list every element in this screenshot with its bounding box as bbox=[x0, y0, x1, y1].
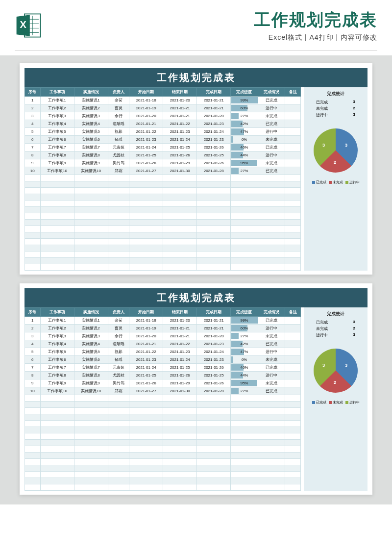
cell: 实施情况10 bbox=[74, 387, 108, 395]
column-header: 开始日期 bbox=[129, 88, 163, 97]
cell: 工作事项8 bbox=[40, 372, 74, 379]
legend-item: 已完成 bbox=[312, 400, 326, 405]
progress-cell: 6% bbox=[231, 356, 258, 364]
cell: 2021-01-28 bbox=[197, 167, 231, 175]
cell: 未完成 bbox=[258, 332, 285, 340]
progress-cell: 60% bbox=[231, 104, 258, 112]
cell: 祝影 bbox=[108, 348, 129, 356]
table-row-empty bbox=[25, 421, 301, 427]
cell: 奚竹筠 bbox=[108, 379, 129, 387]
cell: 实施情况9 bbox=[74, 159, 108, 167]
cell: 危瑞瑶 bbox=[108, 340, 129, 348]
cell: 2021-01-26 bbox=[197, 144, 231, 151]
cell: 郑霜 bbox=[108, 167, 129, 175]
stat-row: 已完成3 bbox=[316, 100, 355, 105]
column-header: 备注 bbox=[285, 88, 301, 97]
stat-row: 未完成2 bbox=[316, 106, 355, 111]
column-header: 完成情况 bbox=[258, 88, 285, 97]
table-row: 8工作事项8实施情况8尤园枝2021-01-252021-01-262021-0… bbox=[25, 372, 301, 379]
cell: 3 bbox=[25, 112, 41, 120]
table-row: 7工作事项7实施情况7元青姬2021-01-242021-01-252021-0… bbox=[25, 144, 301, 151]
cell: 2021-01-22 bbox=[163, 340, 197, 348]
cell: 工作事项9 bbox=[40, 159, 74, 167]
cell: 2021-01-25 bbox=[163, 144, 197, 151]
stat-row: 进行中3 bbox=[316, 112, 355, 118]
cell: 实施情况10 bbox=[74, 167, 108, 175]
table-row: 1工作事项1实施情况1余荷2021-01-182021-01-202021-01… bbox=[25, 97, 301, 104]
table-row: 5工作事项5实施情况5祝影2021-01-222021-01-232021-01… bbox=[25, 128, 301, 136]
column-header: 结束日期 bbox=[163, 88, 197, 97]
column-header: 开始日期 bbox=[129, 308, 163, 317]
cell: 工作事项1 bbox=[40, 97, 74, 104]
cell: 2021-01-22 bbox=[129, 348, 163, 356]
cell: 8 bbox=[25, 372, 41, 379]
cell: 未完成 bbox=[258, 112, 285, 120]
cell: 2021-01-25 bbox=[163, 364, 197, 372]
cell: 2021-01-18 bbox=[129, 317, 163, 325]
cell: 2021-01-28 bbox=[197, 387, 231, 395]
cell: 2021-01-29 bbox=[163, 379, 197, 387]
cell: 工作事项5 bbox=[40, 128, 74, 136]
cell: 实施情况5 bbox=[74, 348, 108, 356]
plan-table: 序号工作事项实施情况负责人开始日期结束日期完成日期完成进度完成情况备注1工作事项… bbox=[24, 87, 301, 271]
pie-chart: 323 bbox=[311, 346, 360, 395]
cell: 2021-01-20 bbox=[163, 97, 197, 104]
table-row: 9工作事项9实施情况9奚竹筠2021-01-262021-01-292021-0… bbox=[25, 159, 301, 167]
cell: 已完成 bbox=[258, 144, 285, 151]
legend-item: 进行中 bbox=[345, 180, 360, 185]
cell: 2021-01-20 bbox=[197, 332, 231, 340]
cell: 实施情况3 bbox=[74, 112, 108, 120]
progress-cell: 27% bbox=[231, 387, 258, 395]
cell: 2021-01-24 bbox=[163, 136, 197, 144]
pie-legend: 已完成未完成进行中 bbox=[312, 400, 360, 405]
column-header: 实施情况 bbox=[74, 88, 108, 97]
cell bbox=[285, 348, 301, 356]
table-row-empty bbox=[25, 201, 301, 207]
stat-row: 已完成3 bbox=[316, 320, 355, 325]
stat-row: 未完成2 bbox=[316, 326, 355, 331]
table-row-empty bbox=[25, 175, 301, 181]
cell: 已完成 bbox=[258, 387, 285, 395]
cell: 危瑞瑶 bbox=[108, 120, 129, 128]
cell: 进行中 bbox=[258, 128, 285, 136]
cell: 工作事项9 bbox=[40, 379, 74, 387]
table-row-empty bbox=[25, 459, 301, 465]
cell: 元青姬 bbox=[108, 144, 129, 151]
column-header: 实施情况 bbox=[74, 308, 108, 317]
column-header: 完成情况 bbox=[258, 308, 285, 317]
cell: 2021-01-20 bbox=[197, 112, 231, 120]
cell: 2021-01-23 bbox=[129, 136, 163, 144]
cell bbox=[285, 317, 301, 325]
cell: 2021-01-21 bbox=[129, 120, 163, 128]
cell: 已完成 bbox=[258, 340, 285, 348]
cell: 2021-01-21 bbox=[163, 112, 197, 120]
cell: 未完成 bbox=[258, 379, 285, 387]
cell: 2021-01-19 bbox=[129, 325, 163, 332]
cell: 2021-01-23 bbox=[163, 348, 197, 356]
cell: 2021-01-20 bbox=[129, 112, 163, 120]
cell: 1 bbox=[25, 97, 41, 104]
page-subtitle: Excel格式 | A4打印 | 内容可修改 bbox=[51, 33, 377, 42]
cell: 进行中 bbox=[258, 348, 285, 356]
cell: 实施情况7 bbox=[74, 144, 108, 151]
divider bbox=[15, 50, 377, 50]
cell: 1 bbox=[25, 317, 41, 325]
cell: 2021-01-24 bbox=[197, 128, 231, 136]
cell: 2021-01-21 bbox=[197, 317, 231, 325]
stats-title: 完成统计 bbox=[327, 311, 344, 317]
cell: 郁瑶 bbox=[108, 356, 129, 364]
cell bbox=[285, 112, 301, 120]
table-row-empty bbox=[25, 395, 301, 402]
cell bbox=[285, 387, 301, 395]
cell: 工作事项6 bbox=[40, 356, 74, 364]
cell: 2021-01-18 bbox=[129, 97, 163, 104]
column-header: 备注 bbox=[285, 308, 301, 317]
column-header: 完成日期 bbox=[197, 88, 231, 97]
cell: 未完成 bbox=[258, 356, 285, 364]
cell: 实施情况2 bbox=[74, 325, 108, 332]
column-header: 工作事项 bbox=[40, 308, 74, 317]
column-header: 工作事项 bbox=[40, 88, 74, 97]
pie-slice-label: 3 bbox=[322, 143, 325, 148]
progress-cell: 46% bbox=[231, 144, 258, 151]
cell: 2021-01-21 bbox=[163, 325, 197, 332]
